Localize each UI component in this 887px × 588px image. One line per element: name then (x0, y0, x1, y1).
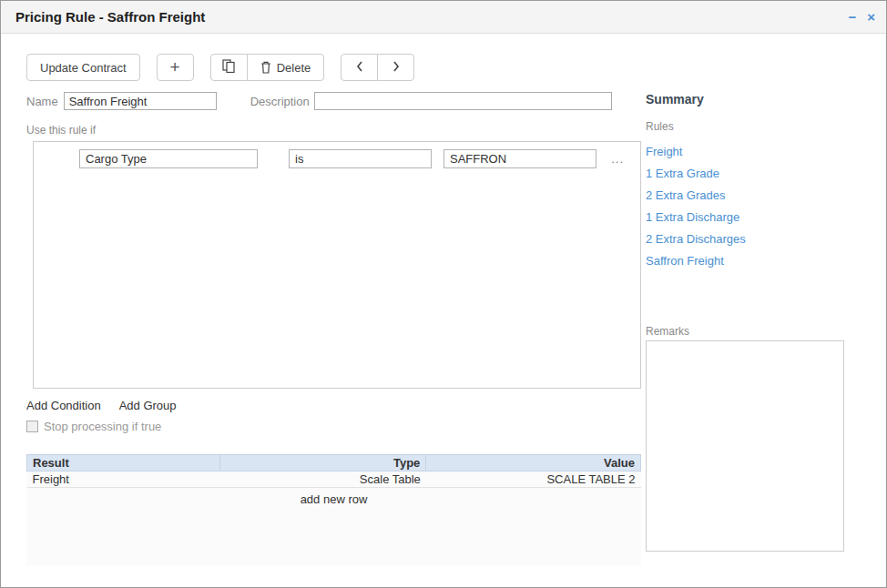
rule-link-freight[interactable]: Freight (646, 141, 844, 163)
result-cell[interactable]: Freight (27, 471, 220, 488)
delete-button[interactable]: Delete (247, 54, 325, 81)
results-header-type: Type (219, 455, 426, 471)
add-new-row-link[interactable]: add new row (27, 488, 641, 507)
close-icon[interactable]: × (867, 10, 875, 24)
minimize-icon[interactable]: − (848, 10, 856, 24)
trash-icon (260, 61, 271, 74)
dialog-title: Pricing Rule - Saffron Freight (15, 9, 837, 25)
copy-delete-group: Delete (210, 54, 325, 81)
copy-button[interactable] (210, 54, 248, 81)
condition-operator-select[interactable]: is (289, 149, 432, 168)
add-rule-button[interactable]: + (157, 54, 194, 81)
type-cell[interactable]: Scale Table (219, 471, 426, 488)
condition-row: Cargo Type is SAFFRON ... (34, 149, 640, 168)
add-group-link[interactable]: Add Group (119, 399, 177, 412)
update-contract-button[interactable]: Update Contract (26, 54, 140, 81)
rule-link-1-extra-discharge[interactable]: 1 Extra Discharge (646, 207, 844, 228)
rule-link-2-extra-discharges[interactable]: 2 Extra Discharges (646, 228, 844, 250)
name-field[interactable] (64, 92, 217, 110)
copy-icon (222, 59, 235, 76)
results-table: Result Type Value Freight Scale Table SC… (26, 454, 641, 506)
rule-link-1-extra-grade[interactable]: 1 Extra Grade (646, 163, 844, 185)
remarks-label: Remarks (646, 325, 844, 338)
chevron-right-icon (392, 60, 401, 76)
condition-value-select[interactable]: SAFFRON (444, 149, 596, 168)
condition-more-button[interactable]: ... (607, 152, 627, 166)
remarks-box[interactable] (646, 340, 844, 552)
rules-list: Freight 1 Extra Grade 2 Extra Grades 1 E… (646, 141, 844, 272)
results-area: Result Type Value Freight Scale Table SC… (26, 454, 641, 565)
condition-field-select[interactable]: Cargo Type (79, 149, 258, 168)
stop-processing-label: Stop processing if true (44, 420, 161, 433)
results-header-result: Result (27, 455, 220, 471)
summary-heading: Summary (646, 92, 844, 106)
rule-link-2-extra-grades[interactable]: 2 Extra Grades (646, 185, 844, 207)
chevron-left-icon (355, 60, 364, 76)
add-condition-link[interactable]: Add Condition (26, 399, 101, 412)
name-label: Name (26, 95, 58, 108)
rule-link-saffron-freight[interactable]: Saffron Freight (646, 250, 844, 272)
delete-label: Delete (277, 61, 311, 75)
titlebar: Pricing Rule - Saffron Freight − × (1, 1, 886, 34)
description-field[interactable] (314, 92, 612, 110)
next-rule-button[interactable] (377, 54, 414, 81)
results-header-value: Value (426, 455, 641, 471)
stop-processing-checkbox[interactable] (26, 421, 38, 432)
description-label: Description (250, 95, 310, 108)
pricing-rule-dialog: Pricing Rule - Saffron Freight − × Updat… (0, 0, 887, 588)
previous-rule-button[interactable] (341, 54, 378, 81)
condition-panel: Cargo Type is SAFFRON ... (33, 141, 641, 389)
add-new-row: add new row (27, 488, 641, 507)
rules-label: Rules (646, 120, 844, 133)
nav-group (341, 54, 414, 81)
summary-sidebar: Summary Rules Freight 1 Extra Grade 2 Ex… (646, 92, 844, 554)
table-row[interactable]: Freight Scale Table SCALE TABLE 2 (27, 471, 641, 488)
value-cell[interactable]: SCALE TABLE 2 (426, 471, 641, 488)
toolbar: Update Contract + Delete (26, 54, 886, 81)
results-header-row: Result Type Value (27, 455, 641, 471)
